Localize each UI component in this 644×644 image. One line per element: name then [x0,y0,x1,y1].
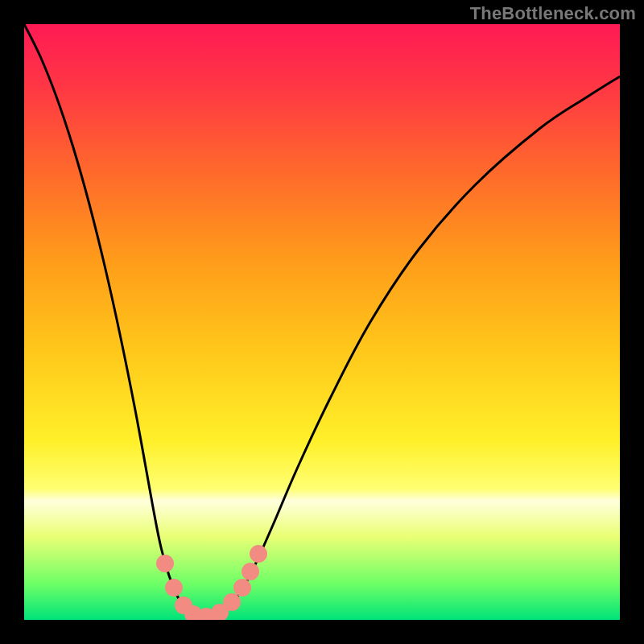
watermark-text: TheBottleneck.com [470,3,636,24]
highlight-dot [250,545,267,563]
highlight-dot [156,555,174,572]
highlight-dot [165,579,183,597]
chart-frame: TheBottleneck.com [0,0,644,644]
highlight-dot [233,579,251,597]
highlight-dot [223,593,241,611]
gradient-background [24,24,620,620]
highlight-dot [242,563,259,580]
bottleneck-curve-chart [0,0,644,644]
